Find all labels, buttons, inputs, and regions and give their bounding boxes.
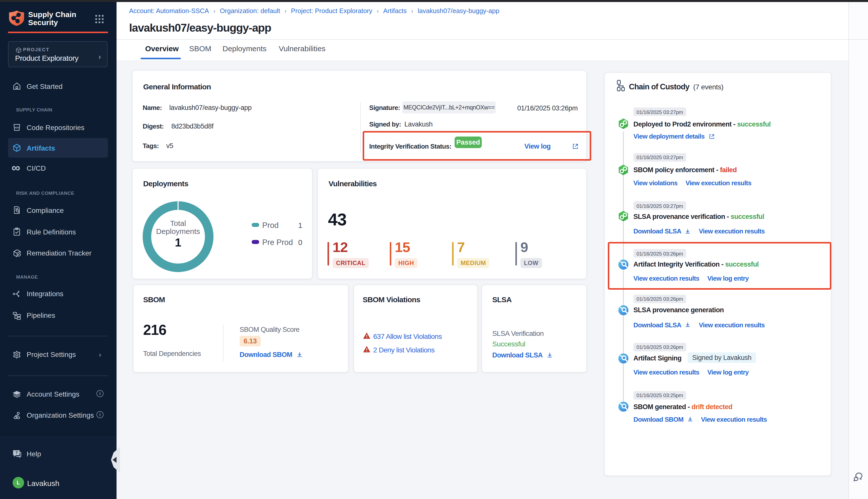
svg-text:?: ? <box>15 450 17 454</box>
